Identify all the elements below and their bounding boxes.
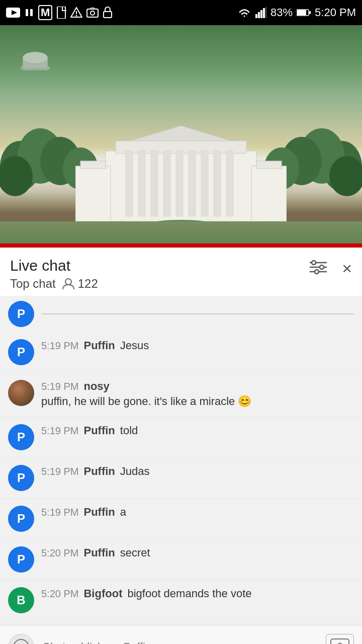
superchat-button[interactable]: $ (326, 634, 354, 644)
svg-rect-43 (256, 161, 282, 169)
svg-point-54 (315, 270, 319, 274)
message-time-5: 5:19 PM (41, 507, 78, 518)
status-right: 83% 5:20 PM (237, 6, 356, 19)
avatar-puffin-3: P (8, 424, 34, 450)
svg-rect-33 (151, 151, 158, 216)
message-content-4: 5:19 PM Puffin Judas (41, 465, 354, 478)
message-text-nosy: puffin, he will be gone. it's like a mir… (41, 394, 354, 410)
svg-rect-36 (189, 151, 196, 216)
svg-point-52 (320, 265, 324, 269)
message-content-1: 5:19 PM Puffin Jesus (41, 339, 354, 352)
svg-rect-39 (226, 151, 233, 216)
white-house-building (75, 116, 287, 226)
svg-rect-14 (265, 7, 266, 18)
message-meta-3: 5:19 PM Puffin told (41, 424, 354, 437)
message-meta-bigfoot: 5:20 PM Bigfoot bigfoot demands the vote (41, 587, 354, 600)
message-row-judas: P 5:19 PM Puffin Judas (0, 458, 362, 499)
m-icon: M (38, 5, 52, 20)
viewer-person-icon (62, 278, 75, 289)
message-time-nosy: 5:19 PM (41, 381, 78, 392)
svg-point-47 (23, 52, 48, 64)
video-content (0, 25, 362, 247)
svg-rect-35 (176, 151, 183, 216)
chat-input-field[interactable] (42, 640, 318, 644)
avatar-puffin-6: P (8, 546, 34, 573)
viewer-count-number: 122 (78, 277, 98, 291)
svg-point-6 (76, 15, 77, 17)
emoji-face-icon (13, 638, 30, 644)
avatar-puffin-4: P (8, 465, 34, 491)
avatar-puffin-5: P (8, 506, 34, 532)
svg-rect-4 (57, 7, 65, 19)
svg-point-50 (312, 261, 316, 265)
svg-rect-2 (26, 9, 28, 16)
chat-header: Live chat Top chat 122 (0, 248, 362, 296)
chat-header-right: × (309, 257, 352, 277)
photo-icon (86, 8, 99, 18)
message-text-5: a (120, 506, 126, 519)
message-author-nosy: nosy (83, 380, 109, 393)
svg-rect-40 (75, 166, 111, 221)
message-author-4: Puffin (83, 465, 115, 478)
svg-point-8 (90, 11, 95, 15)
file-icon (56, 7, 66, 19)
lock-icon (103, 7, 113, 19)
chat-input-bar: $ (0, 625, 362, 644)
message-meta-1: 5:19 PM Puffin Jesus (41, 339, 354, 352)
message-content-bigfoot: 5:20 PM Bigfoot bigfoot demands the vote (41, 587, 354, 600)
message-content-nosy: 5:19 PM nosy puffin, he will be gone. it… (41, 380, 354, 410)
message-author-3: Puffin (83, 424, 115, 437)
message-author-6: Puffin (83, 546, 115, 559)
status-icons-left: M (6, 5, 113, 20)
video-player[interactable] (0, 25, 362, 247)
message-time-6: 5:20 PM (41, 547, 78, 559)
svg-rect-10 (255, 14, 257, 18)
youtube-icon (6, 8, 20, 18)
svg-marker-30 (131, 126, 231, 141)
svg-rect-13 (263, 8, 265, 18)
svg-rect-42 (251, 166, 287, 221)
svg-rect-37 (201, 151, 208, 216)
status-bar: M (0, 0, 362, 25)
warning-icon (70, 7, 82, 18)
message-meta-nosy: 5:19 PM nosy (41, 380, 354, 393)
message-time-1: 5:19 PM (41, 340, 78, 352)
message-text-bigfoot: bigfoot demands the vote (127, 587, 251, 600)
message-meta-5: 5:19 PM Puffin a (41, 506, 354, 519)
battery-percentage: 83% (270, 6, 293, 19)
svg-rect-12 (260, 10, 262, 18)
svg-rect-16 (297, 10, 306, 15)
message-time-3: 5:19 PM (41, 425, 78, 437)
background-dome (15, 40, 55, 70)
avatar-bigfoot: B (8, 587, 34, 613)
svg-rect-31 (126, 151, 133, 216)
wifi-icon (237, 7, 251, 18)
message-text-3: told (120, 424, 138, 437)
message-meta-6: 5:20 PM Puffin secret (41, 546, 354, 559)
avatar-puffin-1: P (8, 339, 34, 365)
superchat-icon: $ (330, 638, 350, 644)
message-author-1: Puffin (83, 339, 115, 352)
message-row-partial: P (0, 296, 362, 332)
message-content-5: 5:19 PM Puffin a (41, 506, 354, 519)
emoji-button[interactable] (8, 634, 34, 644)
svg-rect-11 (258, 12, 260, 18)
message-text-1: Jesus (120, 339, 149, 352)
svg-rect-7 (87, 9, 98, 17)
svg-rect-38 (214, 151, 221, 216)
filter-icon[interactable] (309, 260, 328, 277)
top-chat-row: Top chat 122 (10, 277, 98, 291)
message-time-4: 5:19 PM (41, 466, 78, 477)
message-row-nosy: 5:19 PM nosy puffin, he will be gone. it… (0, 373, 362, 417)
svg-rect-41 (80, 161, 106, 169)
svg-text:$: $ (337, 641, 342, 644)
message-text-4: Judas (120, 465, 150, 478)
close-chat-button[interactable]: × (342, 260, 352, 277)
svg-rect-17 (309, 11, 311, 14)
svg-rect-9 (104, 12, 112, 18)
message-row-a: P 5:19 PM Puffin a (0, 499, 362, 539)
video-progress-bar[interactable] (0, 244, 362, 247)
viewer-count: 122 (62, 277, 98, 291)
avatar-partial: P (8, 301, 34, 327)
top-chat-label: Top chat (10, 277, 56, 291)
